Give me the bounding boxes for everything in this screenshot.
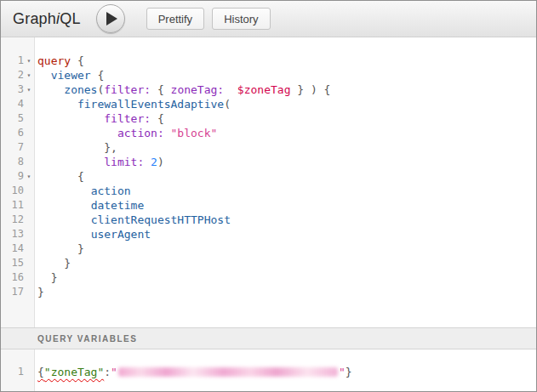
code-token: } [51, 271, 58, 284]
line-number: 15 [1, 256, 24, 270]
line-number: 6 [1, 126, 24, 140]
gutter-row: 1▾ [1, 54, 34, 68]
line-number: 3 [1, 82, 24, 97]
line-number: 10 [1, 184, 24, 198]
gutter-row: 12 [1, 213, 34, 227]
code-token: } [346, 366, 352, 378]
gutter-row: 9▾ [1, 169, 34, 184]
code-token: action: [117, 127, 164, 139]
code-token: } [77, 242, 84, 255]
code-token: { [71, 54, 84, 67]
fold-arrow-icon[interactable]: ▾ [24, 169, 34, 184]
code-token: viewer [51, 69, 91, 82]
code-token [37, 112, 104, 125]
redacted-value [118, 367, 338, 377]
code-token [37, 127, 117, 139]
code-token: zoneTag: [171, 83, 225, 96]
code-line: { [37, 169, 536, 184]
code-token: ( [224, 98, 231, 111]
code-line: firewallEventsAdaptive( [37, 97, 536, 111]
code-token [164, 83, 171, 96]
code-line: action: "block" [37, 126, 536, 140]
code-line: } [37, 270, 536, 285]
code-token: { [157, 112, 164, 125]
code-line: {"zoneTag":""} [37, 365, 536, 379]
fold-arrow-icon[interactable]: ▾ [24, 82, 34, 97]
fold-arrow-icon[interactable]: ▾ [24, 68, 34, 82]
gutter-row: 14 [1, 241, 34, 256]
gutter-row: 1 [1, 365, 34, 379]
gutter-row: 4 [1, 97, 34, 111]
code-line: }, [37, 140, 536, 155]
code-token [304, 83, 311, 96]
code-line: viewer { [37, 68, 536, 82]
code-token [37, 271, 51, 284]
code-token: limit: [104, 156, 144, 168]
line-number: 16 [1, 270, 24, 285]
code-token [37, 83, 64, 96]
gutter-row: 8 [1, 155, 34, 169]
prettify-button[interactable]: Prettify [146, 8, 204, 30]
code-token [317, 83, 324, 96]
gutter-row: 17 [1, 285, 34, 299]
code-token: userAgent [91, 228, 151, 241]
code-token: ) [311, 83, 317, 96]
code-token: } [297, 83, 304, 96]
line-number: 11 [1, 198, 24, 213]
code-line: query { [37, 54, 536, 68]
code-token [37, 257, 64, 270]
code-token: firewallEventsAdaptive [77, 98, 224, 111]
gutter-row: 7 [1, 140, 34, 155]
app-title: GraphiQL [13, 10, 81, 28]
code-token: " [111, 366, 117, 378]
gutter-row: 5 [1, 111, 34, 126]
code-token: { [37, 366, 44, 378]
history-button[interactable]: History [212, 8, 270, 30]
query-code-editor[interactable]: query { viewer { zones(filter: { zoneTag… [35, 37, 536, 327]
line-number: 14 [1, 241, 24, 256]
gutter-row: 15 [1, 256, 34, 270]
code-token: action [91, 185, 131, 197]
code-line: userAgent [37, 227, 536, 241]
code-token [37, 213, 91, 226]
app-title-pre: Graph [13, 10, 56, 27]
code-token: ) [157, 156, 164, 168]
line-number: 1 [1, 54, 24, 68]
code-line: limit: 2) [37, 155, 536, 169]
code-line: datetime [37, 198, 536, 213]
code-token: } [37, 286, 44, 298]
graphiql-window: GraphiQL Prettify History 1▾2▾3▾456789▾1… [0, 0, 537, 392]
app-title-post: QL [60, 10, 80, 27]
query-editor-pane: 1▾2▾3▾456789▾1011121314151617 query { vi… [1, 37, 536, 327]
code-line: zones(filter: { zoneTag: $zoneTag } ) { [37, 82, 536, 97]
line-number: 4 [1, 97, 24, 111]
code-token: { [157, 83, 164, 96]
variables-line-number-gutter: 1 [1, 349, 35, 391]
variables-title-label: QUERY VARIABLES [37, 334, 137, 344]
line-number: 5 [1, 111, 24, 126]
code-token: }, [104, 141, 117, 154]
code-line: action [37, 184, 536, 198]
code-token [151, 83, 157, 96]
variables-code-editor[interactable]: {"zoneTag":""} [35, 349, 536, 391]
gutter-row: 6 [1, 126, 34, 140]
line-number: 8 [1, 155, 24, 169]
code-line: } [37, 241, 536, 256]
code-token [37, 98, 77, 111]
gutter-row: 2▾ [1, 68, 34, 82]
code-line: } [37, 256, 536, 270]
line-number: 17 [1, 285, 24, 299]
variables-title-bar[interactable]: QUERY VARIABLES [1, 327, 536, 349]
line-number: 13 [1, 227, 24, 241]
code-token: query [37, 54, 71, 67]
code-token [37, 185, 91, 197]
line-number: 2 [1, 68, 24, 82]
execute-button[interactable] [96, 4, 125, 33]
fold-arrow-icon[interactable]: ▾ [24, 54, 34, 68]
line-number: 12 [1, 213, 24, 227]
code-token [164, 127, 171, 139]
code-token: "zoneTag" [44, 366, 104, 378]
code-token [37, 228, 91, 241]
code-token [151, 112, 157, 125]
gutter-row: 11 [1, 198, 34, 213]
